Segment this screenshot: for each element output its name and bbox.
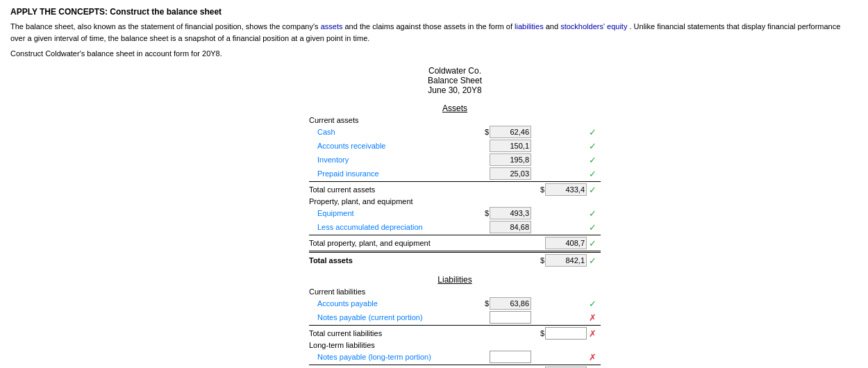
cash-row: Cash $ ✓ [309,126,601,138]
company-name: Coldwater Co. [428,66,482,76]
total-assets-row: Total assets $ ✓ [309,251,601,267]
ap-check: ✓ [589,299,596,309]
description: The balance sheet, also known as the sta… [10,21,844,44]
equipment-check: ✓ [589,208,596,219]
accum-dep-input[interactable] [490,221,531,233]
ar-label: Accounts receivable [309,142,476,150]
inventory-label: Inventory [309,156,476,164]
cash-label: Cash [309,128,476,136]
current-assets-header: Current assets [309,116,601,124]
cash-check: ✓ [589,127,596,137]
prepaid-check: ✓ [589,169,596,179]
total-current-liabilities-row: Total current liabilities $ ✗ [309,325,601,340]
prepaid-row: Prepaid insurance ✓ [309,167,601,180]
total-current-assets-row: Total current assets $ ✓ [309,181,601,196]
accum-dep-label: Less accumulated depreciation [309,223,476,231]
total-current-liabilities-input[interactable] [545,327,587,340]
ar-input[interactable] [490,140,531,152]
statement-date: June 30, 20Y8 [428,85,482,95]
inventory-check: ✓ [589,155,596,165]
notes-lt-input[interactable] [490,351,531,363]
total-liabilities-row: Total liabilities $ ✗ [309,365,601,368]
total-current-assets-label: Total current assets [309,185,476,194]
assets-section: Assets [309,103,601,113]
accum-dep-check: ✓ [589,222,596,233]
total-ppe-input[interactable] [545,237,587,249]
prepaid-input[interactable] [490,167,531,180]
instruction-text: Construct Coldwater's balance sheet in a… [10,49,858,58]
cash-input[interactable] [490,126,531,138]
liabilities-link[interactable]: liabilities [515,22,544,31]
ppe-header: Property, plant, and equipment [309,197,601,206]
company-header: Coldwater Co. Balance Sheet June 30, 20Y… [428,66,482,95]
notes-current-row: Notes payable (current portion) ✗ [309,311,601,324]
total-assets-check: ✓ [589,256,596,266]
accum-dep-row: Less accumulated depreciation ✓ [309,221,601,233]
equipment-input[interactable] [490,207,531,219]
ap-input[interactable] [490,297,531,310]
equipment-row: Equipment $ ✓ [309,207,601,219]
page-title: APPLY THE CONCEPTS: Construct the balanc… [10,7,858,17]
notes-current-cross: ✗ [589,312,596,323]
notes-lt-cross: ✗ [589,352,596,362]
notes-current-label: Notes payable (current portion) [309,313,476,321]
equity-link[interactable]: stockholders' equity [560,22,627,31]
ar-row: Accounts receivable ✓ [309,140,601,152]
total-current-liabilities-cross: ✗ [589,328,596,339]
total-ppe-label: Total property, plant, and equipment [309,239,476,247]
current-liabilities-header: Current liabilities [309,287,601,296]
ar-check: ✓ [589,141,596,151]
notes-lt-label: Notes payable (long-term portion) [309,353,476,361]
ap-row: Accounts payable $ ✓ [309,297,601,310]
notes-lt-row: Notes payable (long-term portion) ✗ [309,351,601,363]
statement-type: Balance Sheet [428,76,482,85]
total-current-assets-check: ✓ [589,185,596,195]
total-current-liabilities-label: Total current liabilities [309,329,476,337]
prepaid-label: Prepaid insurance [309,169,476,178]
inventory-row: Inventory ✓ [309,153,601,166]
equipment-label: Equipment [309,209,476,217]
assets-link[interactable]: assets [321,22,343,31]
liabilities-section: Liabilities [309,275,601,285]
ap-label: Accounts payable [309,299,476,308]
total-current-assets-input[interactable] [545,183,587,196]
total-ppe-row: Total property, plant, and equipment ✓ [309,235,601,249]
long-term-liabilities-header: Long-term liabilities [309,341,601,349]
inventory-input[interactable] [490,153,531,166]
total-assets-label: Total assets [309,256,476,265]
total-ppe-check: ✓ [589,238,596,249]
notes-current-input[interactable] [490,311,531,324]
total-assets-input[interactable] [545,254,587,267]
